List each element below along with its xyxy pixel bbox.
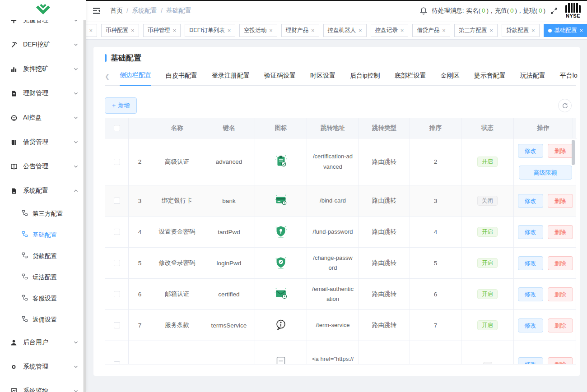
sidebar-item-ai-market-control[interactable]: AI控盘 bbox=[0, 106, 86, 130]
subtab-item[interactable]: 金刚区 bbox=[441, 72, 460, 85]
breadcrumb-item[interactable]: 系统配置 bbox=[132, 7, 157, 15]
subtab-item[interactable]: 提示音配置 bbox=[474, 72, 506, 85]
edit-button[interactable]: 修改 bbox=[518, 144, 543, 158]
row-checkbox[interactable] bbox=[114, 198, 120, 204]
subtab-item[interactable]: 时区设置 bbox=[310, 72, 335, 85]
subtab-item[interactable]: 底部栏设置 bbox=[395, 72, 426, 85]
subtab-item[interactable]: 平台lo bbox=[560, 72, 578, 85]
sidebar-item-system-monitor[interactable]: 系统监控 bbox=[0, 379, 86, 392]
topbar-right: 待处理消息: 实名(0)，充值(0)，提现(0) NYSE bbox=[419, 3, 581, 18]
row-checkbox[interactable] bbox=[114, 322, 120, 328]
subtab-item[interactable]: 白皮书配置 bbox=[166, 72, 197, 85]
close-icon[interactable]: × bbox=[401, 28, 404, 33]
subtab-item[interactable]: 玩法配置 bbox=[520, 72, 545, 85]
sidebar-subitem-gameplay-config[interactable]: 玩法配置 bbox=[0, 267, 86, 288]
close-icon[interactable]: × bbox=[89, 28, 93, 33]
sidebar-subitem-rebate-settings[interactable]: 返佣设置 bbox=[0, 309, 86, 330]
subtab-item[interactable]: 侧边栏配置 bbox=[120, 71, 151, 86]
tab-item[interactable]: DEFI订单列表× bbox=[185, 24, 235, 37]
close-icon[interactable]: × bbox=[131, 28, 135, 33]
tab-item[interactable]: 借贷产品× bbox=[412, 24, 450, 37]
row-actions-cell: 修改删除 bbox=[514, 341, 576, 364]
delete-button[interactable]: 删除 bbox=[548, 287, 573, 301]
tab-item[interactable]: 币× bbox=[86, 24, 97, 37]
tab-item[interactable]: 控盘机器人× bbox=[323, 24, 367, 37]
sidebar-item-system-management[interactable]: 系统管理 bbox=[0, 355, 86, 379]
table-scrollbar-thumb[interactable] bbox=[572, 140, 575, 165]
close-icon[interactable]: × bbox=[173, 28, 177, 33]
edit-button[interactable]: 修改 bbox=[518, 357, 543, 364]
sidebar-item-lending-management[interactable]: 借贷管理 bbox=[0, 130, 86, 154]
delete-button[interactable]: 删除 bbox=[548, 318, 573, 332]
tab-item[interactable]: 空投活动× bbox=[239, 24, 277, 37]
table-row: 4设置资金密码tardPwd/fund-password路由跳转4开启修改删除 bbox=[105, 217, 576, 248]
nyse-logo: NYSE bbox=[565, 3, 581, 18]
edit-button[interactable]: 修改 bbox=[518, 256, 543, 270]
row-checkbox[interactable] bbox=[114, 260, 120, 266]
row-url-cell: /fund-password bbox=[307, 217, 359, 248]
tab-item-active[interactable]: 基础配置× bbox=[544, 24, 587, 37]
tab-item[interactable]: 贷款配置× bbox=[502, 24, 540, 37]
tab-item[interactable]: 币种管理× bbox=[143, 24, 181, 37]
sidebar-item-system-config[interactable]: 系统配置 bbox=[0, 179, 86, 203]
tab-item[interactable]: 理财产品× bbox=[281, 24, 319, 37]
sidebar-subitem-customer-service-settings[interactable]: 客服设置 bbox=[0, 288, 86, 309]
close-icon[interactable]: × bbox=[580, 28, 583, 33]
sidebar-item-admin-users[interactable]: 后台用户 bbox=[0, 330, 86, 355]
close-icon[interactable]: × bbox=[442, 28, 446, 33]
delete-button[interactable]: 删除 bbox=[548, 144, 573, 158]
sidebar-subitem-label: 第三方配置 bbox=[33, 210, 63, 218]
close-icon[interactable]: × bbox=[531, 28, 535, 33]
collapse-sidebar-icon[interactable] bbox=[92, 6, 101, 15]
row-name-cell: 邮箱认证 bbox=[151, 279, 203, 310]
sidebar: 充值管理DEFI挖矿质押挖矿理财管理AI控盘借贷管理公告管理系统配置第三方配置基… bbox=[0, 0, 86, 392]
sidebar-item-staking-mining[interactable]: 质押挖矿 bbox=[0, 57, 86, 81]
edit-button[interactable]: 修改 bbox=[518, 225, 543, 239]
sidebar-subitem-third-party-config[interactable]: 第三方配置 bbox=[0, 203, 86, 224]
notice-item-count: 0 bbox=[537, 7, 544, 14]
sidebar-subitem-loan-config[interactable]: 贷款配置 bbox=[0, 245, 86, 267]
refresh-button[interactable] bbox=[558, 99, 572, 112]
breadcrumb-home[interactable]: 首页 bbox=[110, 7, 123, 15]
edit-button[interactable]: 修改 bbox=[518, 318, 543, 332]
sidebar-item-defi-mining[interactable]: DEFI挖矿 bbox=[0, 32, 86, 57]
tab-item[interactable]: 控盘记录× bbox=[371, 24, 409, 37]
row-checkbox[interactable] bbox=[114, 229, 120, 235]
sidebar-item-announcement-management[interactable]: 公告管理 bbox=[0, 154, 86, 179]
status-badge: 关闭 bbox=[477, 196, 498, 206]
row-jump-type-cell: 路由跳转 bbox=[359, 310, 410, 341]
row-actions-cell: 修改删除 bbox=[514, 310, 576, 341]
submenu-icon bbox=[22, 316, 28, 323]
tab-item[interactable]: 币种配置× bbox=[101, 24, 139, 37]
add-button[interactable]: + 新增 bbox=[105, 97, 137, 114]
subtab-item[interactable]: 后台ip控制 bbox=[350, 72, 380, 85]
delete-button[interactable]: 删除 bbox=[548, 225, 573, 239]
select-all-checkbox[interactable] bbox=[114, 125, 120, 131]
row-checkbox[interactable] bbox=[114, 159, 120, 165]
subtab-item[interactable]: 验证码设置 bbox=[264, 72, 296, 85]
advanced-limit-button[interactable]: 高级限额 bbox=[519, 166, 572, 180]
image-placeholder-icon bbox=[273, 356, 289, 364]
edit-button[interactable]: 修改 bbox=[518, 194, 543, 208]
row-checkbox[interactable] bbox=[114, 291, 120, 297]
sidebar-subitem-basic-config[interactable]: 基础配置 bbox=[0, 224, 86, 245]
close-icon[interactable]: × bbox=[228, 28, 231, 33]
table-row: 3绑定银行卡bank/bind-card路由跳转3关闭修改删除 bbox=[105, 185, 576, 217]
delete-button[interactable]: 删除 bbox=[548, 194, 573, 208]
chevron-left-icon[interactable]: ❮ bbox=[105, 73, 112, 85]
edit-button[interactable]: 修改 bbox=[518, 287, 543, 301]
bell-icon[interactable] bbox=[419, 7, 428, 15]
sidebar-item-wealth-management[interactable]: 理财管理 bbox=[0, 81, 86, 106]
tab-item[interactable]: 第三方配置× bbox=[454, 24, 498, 37]
row-checkbox[interactable] bbox=[114, 361, 120, 364]
close-icon[interactable]: × bbox=[311, 28, 315, 33]
fullscreen-icon[interactable] bbox=[550, 7, 558, 15]
close-icon[interactable]: × bbox=[489, 28, 493, 33]
clipboard-check-icon bbox=[273, 153, 289, 170]
toolbar: + 新增 bbox=[105, 97, 576, 114]
close-icon[interactable]: × bbox=[359, 28, 362, 33]
close-icon[interactable]: × bbox=[269, 28, 273, 33]
delete-button[interactable]: 删除 bbox=[548, 357, 573, 364]
delete-button[interactable]: 删除 bbox=[548, 256, 573, 270]
subtab-item[interactable]: 登录注册配置 bbox=[212, 72, 250, 85]
